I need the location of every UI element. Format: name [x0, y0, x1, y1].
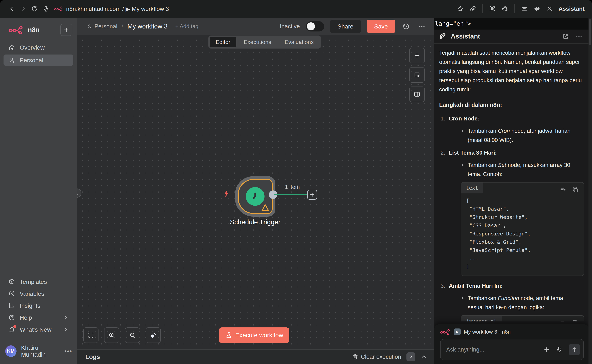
- tab-executions[interactable]: Executions: [238, 37, 277, 47]
- workflow-canvas[interactable]: 1 item Schedule Trigger Execute workflow: [77, 35, 434, 349]
- add-connected-node-button[interactable]: [307, 190, 317, 200]
- status-label: Inactive: [280, 23, 300, 30]
- zoom-out-button[interactable]: [125, 327, 140, 343]
- reader-mode-icon[interactable]: [519, 3, 530, 14]
- sidebar-item-label: Personal: [20, 57, 43, 64]
- voice-waveform-icon[interactable]: [531, 3, 543, 14]
- help-circle-icon: [8, 314, 15, 321]
- scrollbar-thumb[interactable]: [589, 19, 591, 45]
- add-tag-button[interactable]: + Add tag: [175, 23, 198, 30]
- save-button[interactable]: Save: [367, 20, 395, 33]
- bullet-icon: [462, 297, 463, 299]
- assistant-logo-icon: [439, 32, 447, 40]
- user-more-icon[interactable]: •••: [64, 348, 72, 355]
- logs-panel-header[interactable]: Logs Clear execution: [77, 349, 434, 364]
- tab-editor[interactable]: Editor: [210, 37, 236, 47]
- code-lang-chip: javascript: [461, 316, 502, 321]
- copy-icon[interactable]: [572, 186, 579, 193]
- code-block: text [ "HTML Dasar", "Struktur Website",…: [461, 182, 584, 276]
- sidebar-item-personal[interactable]: Personal: [4, 54, 73, 66]
- bullet-text: Tambahkan Cron node, atur jadwal harian …: [468, 126, 573, 144]
- open-in-new-icon[interactable]: [562, 33, 569, 40]
- assistant-more-icon[interactable]: [575, 33, 583, 40]
- collapse-logs-icon[interactable]: [421, 354, 427, 360]
- sidebar-item-overview[interactable]: Overview: [4, 42, 73, 53]
- toggle-knob: [307, 22, 315, 30]
- step-title: Ambil Tema Hari Ini:: [449, 281, 503, 290]
- assistant-input[interactable]: [446, 346, 543, 353]
- sidebar-item-label: Overview: [20, 44, 45, 51]
- sidebar-item-templates[interactable]: Templates: [4, 276, 73, 287]
- assistant-input-box[interactable]: [440, 339, 584, 360]
- brand-name: n8n: [28, 26, 40, 34]
- share-button[interactable]: Share: [330, 20, 361, 33]
- assistant-message-intro: Terjadi masalah saat mencoba menjalankan…: [439, 48, 583, 94]
- bullet-icon: [462, 164, 463, 166]
- add-workflow-button[interactable]: [60, 24, 72, 36]
- step-number: 1.: [441, 114, 445, 123]
- attach-plus-icon[interactable]: [543, 346, 550, 353]
- send-button[interactable]: [569, 344, 580, 355]
- assistant-footer: ▶ My workflow 3 - n8n: [434, 324, 588, 364]
- package-icon: [8, 278, 15, 285]
- sidebar-item-whats-new[interactable]: What's New: [4, 324, 73, 335]
- add-sticky-note-button[interactable]: [409, 67, 425, 83]
- copy-link-icon[interactable]: [467, 3, 479, 14]
- reload-icon[interactable]: [29, 3, 40, 14]
- notification-badge: [13, 325, 16, 328]
- clock-icon: [246, 187, 265, 206]
- extensions-puzzle-icon[interactable]: [499, 3, 511, 14]
- node-label: Schedule Trigger: [220, 218, 290, 226]
- sidebar-item-variables[interactable]: Variables: [4, 288, 73, 299]
- find-on-page-icon[interactable]: [487, 3, 498, 14]
- close-panel-icon[interactable]: [544, 3, 555, 14]
- open-logs-window-icon[interactable]: [406, 352, 415, 361]
- wrap-text-icon[interactable]: [560, 319, 566, 321]
- chevron-right-icon: [63, 327, 68, 332]
- page-scrollbar[interactable]: [588, 18, 592, 364]
- workflow-history-icon[interactable]: [401, 23, 411, 30]
- trigger-bolt-icon: [222, 189, 231, 198]
- copy-icon[interactable]: [572, 319, 579, 321]
- voice-input-icon[interactable]: [556, 346, 563, 353]
- back-icon[interactable]: [6, 3, 18, 14]
- zoom-to-fit-button[interactable]: [83, 327, 98, 343]
- bookmark-star-icon[interactable]: [455, 3, 466, 14]
- flask-icon: [225, 332, 232, 339]
- breadcrumb: Personal / My workflow 3 + Add tag: [87, 23, 198, 30]
- tab-evaluations[interactable]: Evaluations: [279, 37, 319, 47]
- toggle-panel-button[interactable]: [409, 86, 425, 102]
- context-chip[interactable]: ▶ My workflow 3 - n8n: [440, 328, 584, 335]
- more-options-icon[interactable]: [417, 23, 427, 30]
- bell-icon: [8, 326, 15, 333]
- address-bar[interactable]: n8n.khmuhtadin.com / ▶ My workflow 3: [54, 6, 169, 12]
- sidebar-item-label: What's New: [20, 326, 51, 333]
- breadcrumb-project[interactable]: Personal: [87, 23, 117, 30]
- bullet-text: Tambahkan Function node, ambil tema sesu…: [468, 293, 573, 312]
- collapse-sidebar-button[interactable]: [77, 188, 81, 198]
- forward-icon[interactable]: [18, 3, 29, 14]
- toolbar-divider: [482, 4, 483, 13]
- sidebar-item-help[interactable]: Help: [4, 312, 73, 323]
- microphone-icon[interactable]: [40, 3, 51, 14]
- clear-execution-button[interactable]: Clear execution: [352, 353, 401, 360]
- tidy-up-button[interactable]: [146, 327, 161, 343]
- assistant-title: Assistant: [451, 33, 480, 40]
- wrap-text-icon[interactable]: [560, 186, 566, 193]
- code-block: javascript: [461, 315, 584, 321]
- user-menu[interactable]: KM Khairul Muhtadin •••: [0, 340, 77, 363]
- active-toggle[interactable]: [306, 21, 324, 32]
- step-title: List Tema 30 Hari:: [449, 148, 497, 157]
- workflow-title[interactable]: My workflow 3: [127, 23, 167, 30]
- add-node-button[interactable]: [409, 48, 425, 63]
- assistant-steps: 1.Cron Node:Tambahkan Cron node, atur ja…: [439, 114, 584, 321]
- assistant-conversation[interactable]: Terjadi masalah saat mencoba menjalankan…: [434, 44, 588, 321]
- connection-items-label: 1 item: [279, 184, 306, 190]
- node-schedule-trigger[interactable]: [238, 179, 273, 214]
- sidebar-item-insights[interactable]: Insights: [4, 300, 73, 311]
- execute-workflow-button[interactable]: Execute workflow: [219, 327, 289, 343]
- assistant-step: 2.List Tema 30 Hari:Tambahkan Set node, …: [439, 148, 584, 276]
- assistant-panel-toggle[interactable]: Assistant: [558, 6, 586, 12]
- url-text: n8n.khmuhtadin.com / ▶ My workflow 3: [66, 6, 169, 12]
- zoom-in-button[interactable]: [104, 327, 119, 343]
